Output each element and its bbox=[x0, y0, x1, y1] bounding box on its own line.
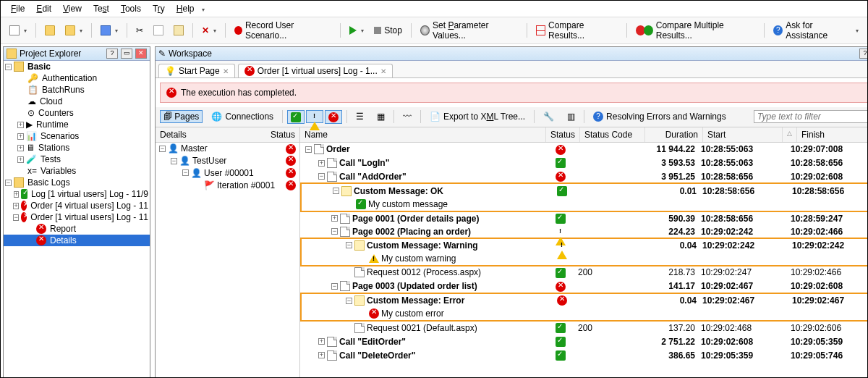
workspace-help-button[interactable]: ? bbox=[859, 49, 868, 59]
tab-order-log[interactable]: Order [1 virtual users] Log - 1...✕ bbox=[238, 64, 393, 77]
view-raw-button[interactable]: 〰 bbox=[399, 110, 416, 123]
expand-icon[interactable]: + bbox=[17, 122, 24, 128]
expand-icon[interactable]: − bbox=[346, 298, 352, 304]
menu-tools[interactable]: Tools bbox=[115, 2, 147, 15]
hdr-name[interactable]: Name bbox=[300, 127, 546, 142]
expand-icon[interactable]: − bbox=[333, 188, 339, 194]
menu-test[interactable]: Test bbox=[88, 2, 115, 15]
hdr-code[interactable]: Status Code bbox=[580, 127, 645, 142]
log-row[interactable]: −Custom Message: OK 0.01 10:28:58:656 10… bbox=[302, 184, 868, 198]
expand-icon[interactable]: − bbox=[5, 180, 12, 186]
log-row[interactable]: +Page 0001 (Order details page) 590.39 1… bbox=[300, 211, 868, 225]
menu-file[interactable]: File bbox=[5, 2, 30, 15]
delete-button[interactable]: ✕▾ bbox=[197, 24, 221, 37]
tree-node[interactable]: +📊Scenarios bbox=[4, 130, 150, 142]
hdr-status[interactable]: Status bbox=[546, 127, 580, 142]
expand-icon[interactable]: + bbox=[17, 133, 24, 140]
tree-node[interactable]: +▶Runtime bbox=[4, 119, 150, 130]
ask-assist-button[interactable]: ?Ask for Assistance▾ bbox=[769, 19, 863, 42]
tree-node[interactable]: 🔑Authentication bbox=[4, 72, 150, 84]
details-row[interactable]: 🚩Iteration #0001 bbox=[156, 179, 299, 191]
explorer-tree[interactable]: −Basic 🔑Authentication📋BatchRuns☁Cloud⊙C… bbox=[4, 61, 150, 378]
tree-node[interactable]: x=Variables bbox=[4, 165, 150, 177]
tree-node-details[interactable]: Details bbox=[4, 235, 150, 246]
tree-node-log[interactable]: −Order [1 virtual users] Log - 11 bbox=[4, 211, 150, 223]
tree-node[interactable]: 📋BatchRuns bbox=[4, 84, 150, 96]
log-row[interactable]: My custom error bbox=[302, 307, 868, 320]
hdr-start[interactable]: Start bbox=[703, 127, 783, 142]
expand-icon[interactable]: + bbox=[318, 338, 325, 345]
expand-icon[interactable]: − bbox=[346, 242, 352, 248]
filter-ok-button[interactable] bbox=[287, 110, 305, 124]
expand-icon[interactable]: + bbox=[17, 156, 24, 163]
log-row[interactable]: My custom warning bbox=[302, 252, 868, 265]
menu-view[interactable]: View bbox=[57, 2, 88, 15]
tree-node-log[interactable]: +Order [4 virtual users] Log - 11 bbox=[4, 200, 150, 211]
menu-help[interactable]: Help▾ bbox=[171, 2, 216, 15]
copy-button[interactable] bbox=[149, 24, 168, 37]
expand-icon[interactable]: − bbox=[159, 146, 166, 152]
filter-err-button[interactable] bbox=[325, 110, 342, 124]
expand-icon[interactable]: + bbox=[331, 215, 338, 222]
expand-icon[interactable]: − bbox=[182, 169, 189, 176]
menu-edit[interactable]: Edit bbox=[30, 2, 57, 15]
paste-button[interactable] bbox=[169, 24, 188, 37]
expand-icon[interactable]: − bbox=[305, 146, 312, 153]
expand-icon[interactable]: + bbox=[14, 191, 19, 198]
tree-node[interactable]: ☁Cloud bbox=[4, 96, 150, 107]
log-row[interactable]: Request 0021 (Default.aspx) 200 137.20 1… bbox=[300, 321, 868, 335]
log-row[interactable]: Request 0012 (Process.aspx) 200 218.73 1… bbox=[300, 266, 868, 280]
details-row[interactable]: −👤Master bbox=[156, 143, 299, 155]
expand-icon[interactable]: − bbox=[331, 228, 338, 235]
log-row[interactable]: −Order 11 944.22 10:28:55:063 10:29:07:0… bbox=[300, 143, 868, 156]
menu-try[interactable]: Try bbox=[147, 2, 171, 15]
open-button[interactable] bbox=[41, 24, 59, 37]
node-basic-logs[interactable]: Basic Logs bbox=[27, 177, 70, 188]
compare-button[interactable]: Compare Results... bbox=[532, 19, 622, 42]
hdr-status[interactable]: Status bbox=[266, 127, 299, 142]
tree-node[interactable]: +🖥Stations bbox=[4, 142, 150, 154]
details-row[interactable]: −👤TestUser bbox=[156, 155, 299, 167]
explorer-min-button[interactable]: ▭ bbox=[121, 49, 132, 59]
export-xml-button[interactable]: 📄 Export to XML Tree... bbox=[425, 110, 529, 123]
filter-warn-button[interactable] bbox=[306, 110, 323, 123]
set-params-button[interactable]: Set Parameter Values... bbox=[416, 19, 522, 42]
tab-close-icon[interactable]: ✕ bbox=[223, 67, 229, 75]
log-row[interactable]: −Custom Message: Warning 0.04 10:29:02:2… bbox=[302, 239, 868, 252]
log-row[interactable]: −Page 0002 (Placing an order) 224.23 10:… bbox=[300, 225, 868, 238]
tree-node-log[interactable]: +Log [1 virtual users] Log - 11/9 bbox=[4, 188, 150, 200]
hdr-finish[interactable]: Finish bbox=[797, 127, 868, 142]
search-input[interactable] bbox=[757, 112, 868, 122]
tab-start-page[interactable]: 💡Start Page✕ bbox=[158, 64, 235, 77]
log-row[interactable]: +Call "LogIn" 3 593.53 10:28:55:063 10:2… bbox=[300, 156, 868, 170]
expand-icon[interactable]: + bbox=[13, 203, 18, 209]
tree-node-report[interactable]: Report bbox=[4, 223, 150, 235]
filter-pages-button[interactable]: 🗐 Pages bbox=[160, 110, 203, 123]
record-button[interactable]: Record User Scenario... bbox=[230, 19, 336, 42]
resolve-help-button[interactable]: ? Resolving Errors and Warnings bbox=[589, 110, 731, 123]
hdr-details[interactable]: Details bbox=[156, 127, 266, 142]
tree-node[interactable]: +🧪Tests bbox=[4, 154, 150, 165]
filter-connections-button[interactable]: 🌐 Connections bbox=[207, 110, 278, 123]
stop-button[interactable]: Stop bbox=[370, 24, 407, 37]
expand-icon[interactable]: − bbox=[318, 173, 325, 180]
tree-node[interactable]: ⊙Counters bbox=[4, 107, 150, 119]
log-row[interactable]: −Custom Message: Error 0.04 10:29:02:467… bbox=[302, 294, 868, 308]
filter-button[interactable]: 🔧 bbox=[539, 110, 558, 123]
explorer-help-button[interactable]: ? bbox=[106, 49, 118, 59]
save-button[interactable]: ▾ bbox=[96, 24, 122, 37]
hdr-duration[interactable]: Duration bbox=[645, 127, 703, 142]
expand-icon[interactable]: + bbox=[318, 160, 325, 167]
expand-icon[interactable]: − bbox=[171, 158, 177, 164]
expand-icon[interactable]: + bbox=[318, 352, 325, 358]
log-row[interactable]: +Call "DeleteOrder" 386.65 10:29:05:359 … bbox=[300, 348, 868, 362]
log-row[interactable]: +Call "EditOrder" 2 751.22 10:29:02:608 … bbox=[300, 335, 868, 348]
cut-button[interactable]: ✂ bbox=[132, 24, 148, 37]
open-recent-button[interactable]: ▾ bbox=[61, 24, 87, 37]
expand-icon[interactable]: − bbox=[13, 214, 18, 221]
log-row[interactable]: −Page 0003 (Updated order list) 141.17 1… bbox=[300, 280, 868, 293]
expand-icon[interactable]: + bbox=[17, 145, 24, 151]
log-row[interactable]: My custom message bbox=[302, 198, 868, 211]
expand-icon[interactable]: − bbox=[5, 64, 12, 70]
tab-close-icon[interactable]: ✕ bbox=[380, 67, 386, 75]
